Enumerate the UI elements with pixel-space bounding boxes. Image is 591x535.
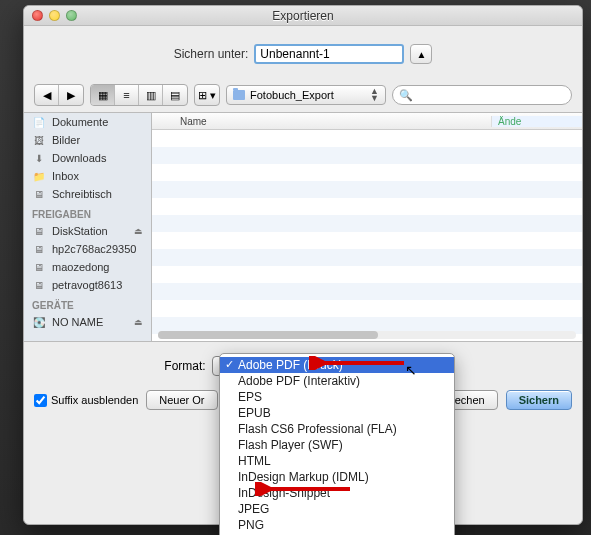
titlebar: Exportieren	[24, 6, 582, 26]
sidebar-item[interactable]: 🖼Bilder	[24, 131, 151, 149]
cursor-icon: ↖	[405, 362, 417, 378]
format-option[interactable]: Adobe PDF (Druck)	[220, 357, 454, 373]
sidebar: 📄Dokumente🖼Bilder⬇Downloads📁Inbox🖥Schrei…	[24, 113, 152, 341]
srv-icon: 🖥	[32, 279, 46, 291]
save-button[interactable]: Sichern	[506, 390, 572, 410]
nav-back-forward: ◀ ▶	[34, 84, 84, 106]
save-as-label: Sichern unter:	[174, 47, 249, 61]
coverflow-view-button[interactable]: ▤	[163, 85, 187, 105]
format-option[interactable]: EPUB	[220, 405, 454, 421]
sidebar-item[interactable]: ⬇Downloads	[24, 149, 151, 167]
column-name[interactable]: Name	[152, 116, 492, 127]
format-option[interactable]: Flash Player (SWF)	[220, 437, 454, 453]
sidebar-item[interactable]: 💽NO NAME⏏	[24, 313, 151, 331]
desk-icon: 🖥	[32, 188, 46, 200]
format-option[interactable]: EPS	[220, 389, 454, 405]
arrange-button[interactable]: ⊞ ▾	[195, 85, 219, 105]
back-button[interactable]: ◀	[35, 85, 59, 105]
eject-icon[interactable]: ⏏	[134, 317, 143, 327]
horizontal-scrollbar[interactable]	[158, 331, 576, 339]
view-mode-segment: ▦ ≡ ▥ ▤	[90, 84, 188, 106]
eject-icon[interactable]: ⏏	[134, 226, 143, 236]
srv-icon: 🖥	[32, 261, 46, 273]
minimize-icon[interactable]	[49, 10, 60, 21]
format-option[interactable]: Flash CS6 Professional (FLA)	[220, 421, 454, 437]
folder-icon	[233, 90, 245, 100]
list-view-button[interactable]: ≡	[115, 85, 139, 105]
format-option[interactable]: InDesign-Snippet	[220, 485, 454, 501]
chevron-updown-icon: ▲▼	[370, 88, 379, 102]
column-view-button[interactable]: ▥	[139, 85, 163, 105]
search-input[interactable]: 🔍	[392, 85, 572, 105]
zoom-icon[interactable]	[66, 10, 77, 21]
icon-view-button[interactable]: ▦	[91, 85, 115, 105]
format-option[interactable]: Adobe PDF (Interaktiv)	[220, 373, 454, 389]
sidebar-item[interactable]: 🖥maozedong	[24, 258, 151, 276]
format-option[interactable]: HTML	[220, 453, 454, 469]
srv-icon: 🖥	[32, 243, 46, 255]
window-title: Exportieren	[24, 9, 582, 23]
format-option[interactable]: InDesign Markup (IDML)	[220, 469, 454, 485]
shared-header: FREIGABEN	[24, 203, 151, 222]
disk-icon: 💽	[32, 316, 46, 328]
new-folder-button[interactable]: Neuer Or	[146, 390, 217, 410]
format-menu: Adobe PDF (Druck)Adobe PDF (Interaktiv)E…	[219, 353, 455, 535]
search-icon: 🔍	[399, 89, 413, 102]
sidebar-item[interactable]: 🖥Schreibtisch	[24, 185, 151, 203]
filename-input[interactable]	[254, 44, 404, 64]
arrange-segment: ⊞ ▾	[194, 84, 220, 106]
srv-icon: 🖥	[32, 225, 46, 237]
devices-header: GERÄTE	[24, 294, 151, 313]
format-label: Format:	[164, 359, 205, 373]
sidebar-item[interactable]: 📄Dokumente	[24, 113, 151, 131]
forward-button[interactable]: ▶	[59, 85, 83, 105]
pic-icon: 🖼	[32, 134, 46, 146]
file-list[interactable]: Name Ände	[152, 113, 582, 341]
format-option[interactable]: JPEG	[220, 501, 454, 517]
folder-name: Fotobuch_Export	[250, 89, 334, 101]
folder-popup[interactable]: Fotobuch_Export ▲▼	[226, 85, 386, 105]
dl-icon: ⬇	[32, 152, 46, 164]
sidebar-item[interactable]: 📁Inbox	[24, 167, 151, 185]
doc-icon: 📄	[32, 116, 46, 128]
sidebar-item[interactable]: 🖥DiskStation⏏	[24, 222, 151, 240]
hide-suffix-checkbox[interactable]: Suffix ausblenden	[34, 394, 138, 407]
close-icon[interactable]	[32, 10, 43, 21]
sidebar-item[interactable]: 🖥petravogt8613	[24, 276, 151, 294]
column-modified[interactable]: Ände	[492, 116, 582, 127]
folder-icon: 📁	[32, 170, 46, 182]
expand-button[interactable]: ▲	[410, 44, 432, 64]
sidebar-item[interactable]: 🖥hp2c768ac29350	[24, 240, 151, 258]
format-option[interactable]: PNG	[220, 517, 454, 533]
